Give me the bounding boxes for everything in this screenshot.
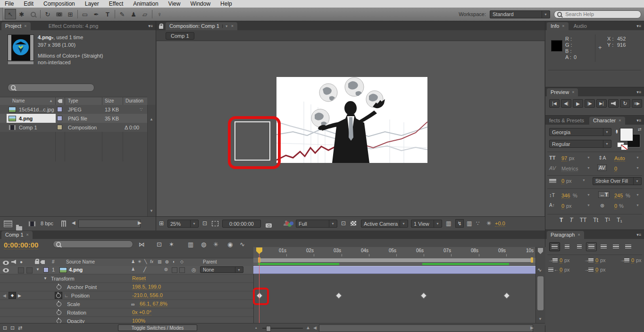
- label-column-icon[interactable]: [40, 260, 45, 264]
- menu-file[interactable]: File: [5, 0, 14, 7]
- keyframe-next-icon[interactable]: ▶: [18, 293, 21, 298]
- scroll-right-icon[interactable]: ▶: [530, 325, 534, 330]
- label-swatch[interactable]: [57, 125, 62, 130]
- layer-switch-cell[interactable]: [172, 267, 177, 273]
- stroke-width-value[interactable]: 0: [561, 178, 564, 184]
- justify-last-right-button[interactable]: [611, 242, 621, 251]
- comp-timecode[interactable]: 0:00:00:00: [222, 220, 261, 228]
- parent-column[interactable]: Parent: [203, 259, 217, 264]
- fast-previews-icon[interactable]: ↯: [455, 219, 464, 228]
- trash-icon[interactable]: [61, 221, 66, 227]
- exposure-value[interactable]: +0.0: [495, 221, 505, 227]
- space-before-value[interactable]: 0: [560, 267, 562, 273]
- close-icon[interactable]: ×: [24, 24, 26, 28]
- layer-lock-cell[interactable]: [26, 267, 33, 273]
- justify-all-button[interactable]: [623, 242, 634, 251]
- menu-effect[interactable]: Effect: [109, 0, 123, 7]
- scale-value[interactable]: 66.1, 67.8%: [140, 301, 167, 307]
- timeline-ruler[interactable]: 0s 01s 02s 03s 04s 05s 06s 07s 08s 09s 1…: [253, 247, 535, 258]
- close-icon[interactable]: ×: [619, 118, 621, 123]
- layer-motion-blur-icon[interactable]: ◍: [164, 267, 168, 272]
- audio-column-speaker-icon[interactable]: [11, 260, 16, 264]
- puppet-pin-tool-icon[interactable]: ♀: [154, 9, 165, 19]
- label-column-icon[interactable]: [58, 99, 62, 103]
- next-frame-button[interactable]: |▶: [585, 99, 595, 108]
- chevron-down-icon[interactable]: ▼: [636, 204, 639, 207]
- help-search[interactable]: [554, 10, 641, 18]
- indent-first-line-value[interactable]: 0: [595, 257, 598, 264]
- graph-editor-icon[interactable]: ∿: [240, 241, 245, 248]
- align-center-button[interactable]: [561, 242, 572, 251]
- comp-viewer[interactable]: [157, 41, 544, 216]
- rectangle-tool-icon[interactable]: ▭: [79, 9, 91, 19]
- anchor-point-value[interactable]: 198.5, 199.0: [132, 284, 161, 290]
- footage-thumbnail[interactable]: [8, 34, 34, 61]
- all-caps-button[interactable]: TT: [580, 217, 587, 223]
- close-icon[interactable]: ×: [562, 24, 564, 28]
- project-hscroll[interactable]: [78, 220, 141, 228]
- lock-column-icon[interactable]: [35, 261, 39, 264]
- transparency-grid-icon[interactable]: [351, 221, 356, 226]
- stroke-option-select[interactable]: Stroke Over Fill ▼: [593, 177, 642, 185]
- parent-select[interactable]: None ▼: [200, 266, 243, 273]
- align-right-button[interactable]: [574, 242, 585, 251]
- comp-flowchart-icon[interactable]: ∵: [476, 220, 480, 227]
- last-frame-button[interactable]: ▶|: [596, 99, 607, 108]
- scroll-left-icon[interactable]: ◀: [313, 325, 317, 330]
- link-dimensions-icon[interactable]: ∞: [131, 301, 135, 307]
- tab-timeline-comp1[interactable]: Comp 1×: [1, 231, 33, 239]
- ram-preview-button[interactable]: ≡▶: [632, 99, 642, 108]
- superscript-button[interactable]: T¹: [605, 217, 610, 223]
- chevron-down-icon[interactable]: ▼: [222, 25, 228, 28]
- eraser-tool-icon[interactable]: ▱: [139, 9, 151, 19]
- pen-tool-icon[interactable]: ✒: [91, 9, 102, 19]
- selection-tool-icon[interactable]: ↖: [5, 9, 16, 19]
- layer-eye-icon[interactable]: [3, 268, 9, 272]
- close-icon[interactable]: ×: [572, 90, 574, 94]
- close-icon[interactable]: ×: [231, 24, 234, 28]
- sort-ascending-icon[interactable]: ▲: [49, 99, 53, 103]
- menu-layer[interactable]: Layer: [85, 0, 99, 7]
- workspace-select[interactable]: Standard ▼: [490, 10, 550, 18]
- show-channels-icon[interactable]: [285, 221, 293, 227]
- layer-quality-icon[interactable]: ╱: [143, 267, 146, 272]
- project-search-input[interactable]: [18, 85, 91, 91]
- project-row-comp[interactable]: Comp 1 Composition Δ 0:00: [0, 123, 147, 132]
- font-family-select[interactable]: Georgia ▼: [549, 128, 611, 136]
- subscript-button[interactable]: T₁: [617, 217, 622, 223]
- tab-audio[interactable]: Audio: [570, 22, 591, 30]
- adjustment-switch-icon[interactable]: ◐: [173, 259, 175, 264]
- tsume-value[interactable]: 0: [614, 203, 617, 209]
- no-color-swatch[interactable]: [621, 145, 628, 150]
- column-size[interactable]: Size: [105, 98, 114, 103]
- position-value[interactable]: -210.0, 556.0: [132, 292, 163, 298]
- menu-animation[interactable]: Animation: [133, 0, 158, 7]
- timeline-zoom-out-icon[interactable]: ▴: [255, 326, 257, 330]
- layer-name[interactable]: 4.png: [69, 267, 83, 272]
- menu-composition[interactable]: Composition: [43, 0, 75, 7]
- scroll-up-icon[interactable]: ▲: [150, 117, 153, 121]
- frame-blend-icon[interactable]: ▥: [188, 241, 193, 248]
- small-caps-button[interactable]: Tt: [593, 217, 598, 223]
- timeline-zoom-slider[interactable]: [262, 328, 303, 329]
- panel-menu-icon[interactable]: ▾≡: [636, 24, 644, 30]
- bit-depth-label[interactable]: 8 bpc: [41, 221, 53, 226]
- swap-fill-stroke-icon[interactable]: ⇄: [638, 127, 642, 132]
- leading-value[interactable]: Auto: [614, 155, 625, 162]
- hand-tool-icon[interactable]: ✱: [16, 9, 27, 19]
- draft-3d-icon[interactable]: ⊡: [157, 241, 162, 248]
- interpret-footage-icon[interactable]: [4, 221, 12, 227]
- expand-layer-switches-icon[interactable]: ⊡: [3, 325, 7, 331]
- tab-character[interactable]: Character×: [589, 117, 625, 125]
- chevron-down-icon[interactable]: ▼: [582, 179, 585, 182]
- new-composition-icon[interactable]: [28, 221, 36, 227]
- indent-left-value[interactable]: 0: [560, 257, 562, 264]
- project-scrollbar[interactable]: ▲ ▼: [147, 105, 155, 216]
- previous-frame-button[interactable]: ◀|: [561, 99, 571, 108]
- snapshot-icon[interactable]: [266, 223, 272, 228]
- horizontal-scale-value[interactable]: 245: [614, 193, 623, 199]
- auto-keyframe-icon[interactable]: ◉: [227, 241, 233, 248]
- magnification-select[interactable]: 25% ▼: [167, 220, 199, 228]
- anchor-stopwatch-icon[interactable]: [57, 285, 61, 289]
- scroll-down-icon[interactable]: ▼: [150, 209, 153, 213]
